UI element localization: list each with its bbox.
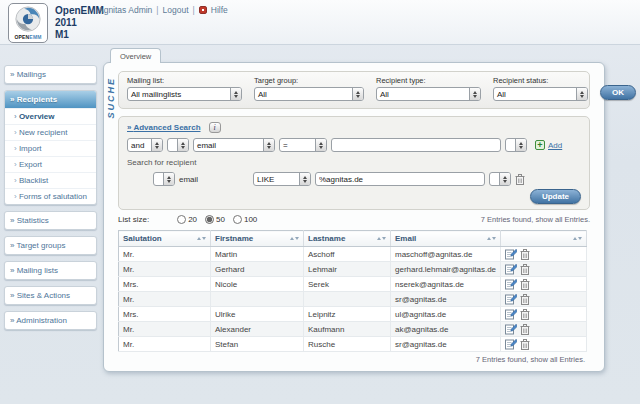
recipient-value-input[interactable]	[315, 172, 485, 186]
entries-summary-bottom: 7 Entries found, show all Entries.	[476, 355, 585, 364]
column-header-actions[interactable]	[501, 231, 587, 247]
conjunction-select[interactable]: and	[127, 138, 163, 152]
show-all-entries-link[interactable]: show all Entries.	[535, 215, 590, 224]
cell-email: gerhard.lehmair@agnitas.de	[391, 262, 501, 277]
list-size-option-50[interactable]: 50	[205, 215, 225, 224]
cell-email: sr@agnitas.de	[391, 292, 501, 307]
rule-value-input[interactable]	[331, 138, 501, 152]
add-rule-link[interactable]: Add	[548, 141, 562, 150]
app-title: OpenEMM 2011 M1	[55, 5, 104, 41]
info-icon[interactable]: i	[209, 122, 221, 133]
add-icon[interactable]: +	[535, 140, 545, 150]
recipient-conjunction-select[interactable]	[153, 172, 175, 186]
table-row[interactable]: Mr. Stefan Rusche sr@agnitas.de	[119, 337, 587, 352]
logo-wordmark: OPENEMM	[14, 34, 41, 40]
table-row[interactable]: Mr. Martin Aschoff maschoff@agnitas.de	[119, 247, 587, 262]
openemm-swirl-icon	[13, 6, 43, 34]
advanced-search-link[interactable]: Advanced Search	[127, 123, 201, 132]
recipient-parenthesis-select[interactable]	[489, 172, 511, 186]
edit-recipient-button[interactable]	[505, 248, 517, 260]
separator: |	[156, 5, 158, 15]
top-header: OPENEMM OpenEMM 2011 M1 Agnitas Admin | …	[0, 0, 640, 45]
mailing-list-select[interactable]: All mailinglists	[127, 87, 242, 101]
column-header-email[interactable]: Email	[391, 231, 501, 247]
recipient-operator-select[interactable]: LIKE	[253, 172, 311, 186]
cell-email: ak@agnitas.de	[391, 322, 501, 337]
select-arrows-icon	[230, 88, 241, 100]
edit-recipient-button[interactable]	[505, 263, 517, 275]
sidebar-item-mailings[interactable]: Mailings	[5, 66, 96, 83]
delete-rule-button[interactable]	[515, 174, 525, 185]
edit-recipient-button[interactable]	[505, 338, 517, 350]
select-arrows-icon	[469, 88, 480, 100]
recipient-status-select[interactable]: All	[493, 87, 588, 101]
delete-recipient-button[interactable]	[520, 294, 530, 305]
help-link[interactable]: Hilfe	[211, 5, 228, 15]
tab-overview[interactable]: Overview	[110, 48, 161, 63]
edit-icon	[505, 338, 517, 350]
edit-recipient-button[interactable]	[505, 308, 517, 320]
logout-link[interactable]: Logout	[163, 5, 189, 15]
column-header-lastname[interactable]: Lastname	[304, 231, 391, 247]
sidebar-subitem-import[interactable]: Import	[5, 140, 96, 156]
cell-lastname: Leipnitz	[304, 307, 391, 322]
field-select[interactable]: email	[193, 138, 275, 152]
help-icon	[199, 6, 207, 14]
update-button[interactable]: Update	[530, 189, 581, 204]
sidebar-subitem-blacklist[interactable]: Blacklist	[5, 172, 96, 188]
select-arrows-icon	[163, 173, 174, 185]
delete-recipient-button[interactable]	[520, 249, 530, 260]
sort-icon	[290, 237, 299, 240]
target-group-select[interactable]: All	[254, 87, 364, 101]
cell-firstname: Ulrike	[211, 307, 304, 322]
list-size-radio-100[interactable]	[233, 215, 242, 224]
mailing-list-label: Mailing list:	[127, 76, 242, 85]
sidebar-item-sites-actions[interactable]: Sites & Actions	[5, 287, 96, 304]
cell-lastname: Kaufmann	[304, 322, 391, 337]
edit-recipient-button[interactable]	[505, 278, 517, 290]
list-size-radio-50[interactable]	[205, 215, 214, 224]
list-size-option-100[interactable]: 100	[233, 215, 257, 224]
cell-actions	[501, 307, 587, 322]
sidebar-item-statistics[interactable]: Statistics	[5, 212, 96, 229]
sidebar-subitem-forms-of-salutation[interactable]: Forms of salutation	[5, 188, 96, 204]
sidebar-subitem-overview[interactable]: Overview	[5, 108, 96, 124]
operator-select[interactable]: =	[279, 138, 327, 152]
sidebar-item-recipients[interactable]: Recipients	[5, 91, 96, 108]
column-header-firstname[interactable]: Firstname	[211, 231, 304, 247]
delete-recipient-button[interactable]	[520, 324, 530, 335]
parenthesis-open-select[interactable]	[167, 138, 189, 152]
list-size-option-20[interactable]: 20	[177, 215, 197, 224]
sidebar-subitem-new-recipient[interactable]: New recipient	[5, 124, 96, 140]
sidebar-item-target-groups[interactable]: Target groups	[5, 237, 96, 254]
cell-actions	[501, 277, 587, 292]
column-header-salutation[interactable]: Salutation	[119, 231, 211, 247]
sidebar-item-mailing-lists[interactable]: Mailing lists	[5, 262, 96, 279]
list-size-radio-20[interactable]	[177, 215, 186, 224]
openemm-logo: OPENEMM	[8, 3, 48, 43]
delete-recipient-button[interactable]	[520, 339, 530, 350]
delete-recipient-button[interactable]	[520, 264, 530, 275]
sidebar-item-administration[interactable]: Administration	[5, 312, 96, 329]
table-row[interactable]: Mr. Alexander Kaufmann ak@agnitas.de	[119, 322, 587, 337]
select-arrows-icon	[299, 173, 310, 185]
recipients-table: Salutation Firstname Lastname Email Mr. …	[118, 230, 587, 352]
ok-button[interactable]: OK	[600, 85, 636, 100]
search-for-recipient-label: Search for recipient	[127, 158, 581, 167]
select-arrows-icon	[352, 88, 363, 100]
delete-recipient-button[interactable]	[520, 279, 530, 290]
recipient-field-label: email	[179, 175, 249, 184]
sidebar-subitem-export[interactable]: Export	[5, 156, 96, 172]
suche-label: SUCHE	[106, 77, 116, 119]
edit-recipient-button[interactable]	[505, 323, 517, 335]
table-row[interactable]: Mrs. Ulrike Leipnitz ul@agnitas.de	[119, 307, 587, 322]
table-row[interactable]: Mr. sr@agnitas.de	[119, 292, 587, 307]
show-all-entries-link-bottom[interactable]: show all Entries.	[530, 355, 585, 364]
edit-recipient-button[interactable]	[505, 293, 517, 305]
delete-recipient-button[interactable]	[520, 309, 530, 320]
table-row[interactable]: Mrs. Nicole Serek nserek@agnitas.de	[119, 277, 587, 292]
table-row[interactable]: Mr. Gerhard Lehmair gerhard.lehmair@agni…	[119, 262, 587, 277]
parenthesis-close-select[interactable]	[505, 138, 527, 152]
recipient-type-select[interactable]: All	[376, 87, 481, 101]
trash-icon	[520, 294, 530, 305]
